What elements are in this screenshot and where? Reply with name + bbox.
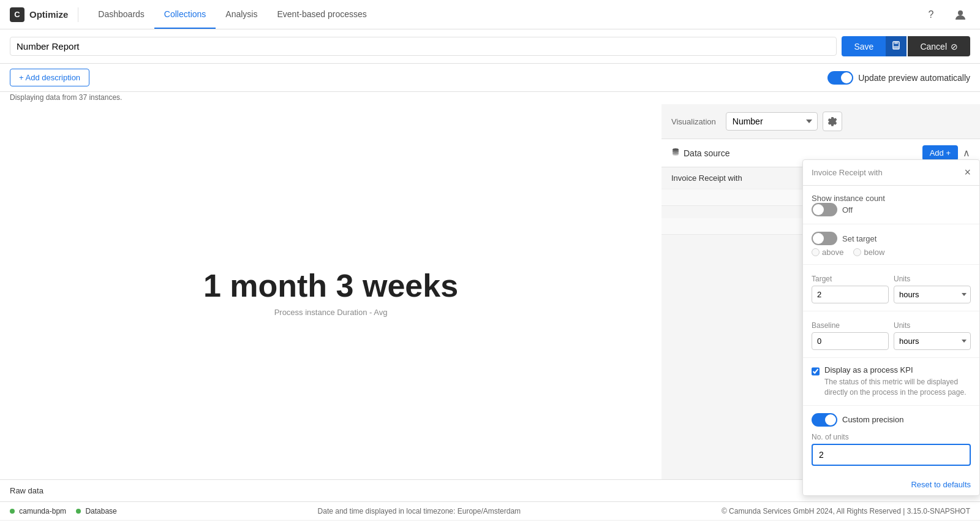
database-label: Database	[85, 507, 116, 515]
set-target-inner: Set target	[812, 232, 971, 245]
radio-below-input[interactable]	[853, 248, 861, 256]
set-target-label: Set target	[842, 234, 876, 243]
kpi-description: The status of this metric will be displa…	[824, 377, 971, 398]
settings-panel-title: Invoice Receipt with	[812, 168, 883, 177]
settings-panel-header: Invoice Receipt with ×	[803, 160, 979, 186]
radio-above-input[interactable]	[812, 248, 820, 256]
target-input[interactable]	[812, 286, 889, 303]
custom-precision-label: Custom precision	[842, 415, 903, 424]
sub-toolbar: + Add description Update preview automat…	[0, 64, 980, 92]
nav-right: ?	[921, 5, 970, 25]
custom-precision-row: Custom precision No. of units	[803, 405, 979, 473]
reset-link: Reset to defaults	[803, 473, 979, 495]
set-target-toggle[interactable]	[812, 232, 837, 245]
nav-item-collections[interactable]: Collections	[154, 0, 216, 29]
nav-item-dashboards[interactable]: Dashboards	[88, 0, 154, 29]
database-dot	[76, 509, 81, 514]
data-source-title: Data source	[671, 148, 729, 158]
baseline-units-row: Baseline Units hours minutes days	[803, 311, 979, 358]
add-data-source-button[interactable]: Add +	[922, 145, 958, 161]
instances-text: Displaying data from 37 instances.	[0, 92, 980, 104]
save-button[interactable]: Save	[842, 36, 886, 56]
canvas: 1 month 3 weeks Process instance Duratio…	[0, 104, 662, 479]
auto-preview-label: Update preview automatically	[858, 73, 970, 83]
settings-panel: Invoice Receipt with × Show instance cou…	[802, 159, 980, 496]
footer-right: © Camunda Services GmbH 2024, All Rights…	[722, 507, 970, 515]
save-icon-button[interactable]	[886, 36, 907, 56]
toolbar-right: Save Cancel ⊘	[842, 36, 970, 56]
database-icon	[671, 148, 680, 158]
show-instance-count-toggle[interactable]	[812, 203, 837, 216]
copyright-text: © Camunda Services GmbH 2024, All Rights…	[722, 507, 970, 515]
settings-panel-close-button[interactable]: ×	[964, 166, 971, 179]
visualization-label: Visualization	[671, 117, 716, 126]
toolbar: Save Cancel ⊘	[0, 29, 980, 64]
svg-rect-2	[894, 42, 898, 44]
add-description-button[interactable]: + Add description	[10, 69, 89, 86]
target-units-row: Target Units hours minutes days	[803, 265, 979, 311]
data-source-label: Data source	[684, 148, 729, 158]
radio-below[interactable]: below	[853, 248, 884, 257]
kpi-check-row: Display as a process KPI The status of t…	[812, 365, 971, 398]
kpi-text-block: Display as a process KPI The status of t…	[824, 365, 971, 398]
cancel-icon: ⊘	[951, 42, 958, 51]
auto-preview-toggle: Update preview automatically	[827, 71, 970, 85]
custom-precision-toggle[interactable]	[812, 413, 837, 427]
target-col: Target	[812, 275, 889, 303]
no-of-units-label: No. of units	[812, 433, 971, 441]
invoice-name: Invoice Receipt with	[671, 173, 742, 183]
show-instance-count-state: Off	[842, 205, 853, 215]
footer-left: camunda-bpm Database	[10, 507, 117, 515]
show-instance-count-row: Show instance count Off	[803, 186, 979, 224]
user-icon[interactable]	[951, 5, 970, 25]
report-title-input[interactable]	[10, 37, 837, 56]
footer: camunda-bpm Database Date and time displ…	[0, 501, 980, 520]
nav-item-event-based[interactable]: Event-based processes	[267, 0, 376, 29]
auto-preview-toggle-switch[interactable]	[827, 71, 853, 85]
top-nav: C Optimize Dashboards Collections Analys…	[0, 0, 980, 29]
database-indicator: Database	[76, 507, 117, 515]
visualization-select[interactable]: Number Chart Table	[726, 112, 818, 131]
camunda-dot	[10, 509, 15, 514]
target-units-select[interactable]: hours minutes days	[894, 286, 971, 303]
baseline-units-label: Units	[894, 321, 971, 330]
svg-rect-3	[894, 46, 899, 48]
baseline-col: Baseline	[812, 321, 889, 350]
right-panel: Visualization Number Chart Table Data so…	[662, 104, 980, 479]
camunda-label: camunda-bpm	[19, 507, 66, 515]
target-col-label: Target	[812, 275, 889, 283]
set-target-row: Set target above below	[803, 224, 979, 265]
logo-box: C	[10, 7, 24, 22]
app-name: Optimize	[29, 9, 68, 20]
cp-toggle-row: Custom precision	[812, 413, 971, 427]
target-units-label: Units	[894, 275, 971, 283]
baseline-units-select[interactable]: hours minutes days	[894, 332, 971, 350]
kpi-label: Display as a process KPI	[824, 365, 971, 375]
data-source-collapse-icon[interactable]: ∧	[963, 147, 970, 159]
reset-to-defaults-button[interactable]: Reset to defaults	[911, 480, 971, 489]
show-instance-count-inner: Off	[812, 203, 971, 216]
baseline-grid: Baseline Units hours minutes days	[812, 321, 971, 350]
target-grid: Target Units hours minutes days	[812, 275, 971, 303]
logo-letter: C	[14, 10, 20, 19]
footer-center: Date and time displayed in local timezon…	[318, 507, 521, 515]
no-of-units-input[interactable]	[812, 444, 971, 466]
cancel-button[interactable]: Cancel ⊘	[908, 36, 970, 56]
radio-above[interactable]: above	[812, 248, 843, 257]
metric-label: Process instance Duration - Avg	[274, 308, 388, 317]
nav-item-analysis[interactable]: Analysis	[216, 0, 267, 29]
svg-point-0	[958, 10, 963, 15]
datetime-text: Date and time displayed in local timezon…	[318, 507, 521, 515]
visualization-settings-button[interactable]	[823, 112, 842, 131]
nav-items: Dashboards Collections Analysis Event-ba…	[88, 0, 921, 29]
baseline-units-col: Units hours minutes days	[894, 321, 971, 350]
baseline-input[interactable]	[812, 332, 889, 350]
visualization-section: Visualization Number Chart Table	[662, 104, 980, 139]
kpi-checkbox[interactable]	[812, 367, 820, 376]
metric-value: 1 month 3 weeks	[203, 267, 458, 304]
help-icon[interactable]: ?	[921, 5, 941, 25]
raw-data-label: Raw data	[10, 486, 43, 495]
camunda-bpm-indicator: camunda-bpm	[10, 507, 66, 515]
baseline-col-label: Baseline	[812, 321, 889, 330]
logo-area: C Optimize	[10, 7, 78, 22]
